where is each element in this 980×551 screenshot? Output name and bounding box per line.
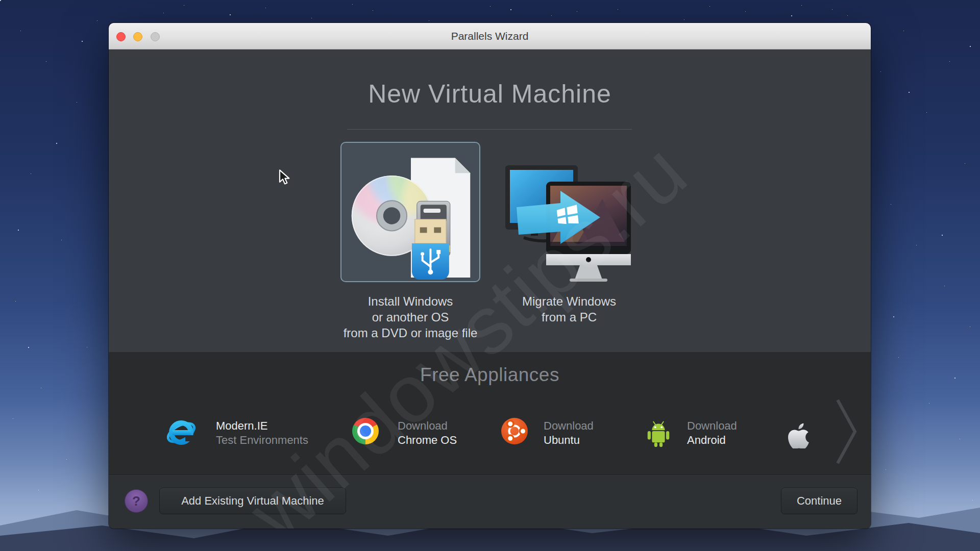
window-title: Parallels Wizard (109, 23, 871, 49)
appliance-osx[interactable] (783, 418, 814, 447)
heading-divider (347, 129, 632, 130)
appliance-ubuntu[interactable]: Download Ubuntu (501, 418, 624, 447)
footer-bar: ? Add Existing Virtual Machine Continue (109, 474, 871, 529)
migrate-pc-icon (499, 158, 639, 283)
starfield-bright (0, 0, 1, 1)
install-dvd-usb-icon (341, 143, 479, 281)
desktop: { "window": { "title": "Parallels Wizard… (0, 0, 980, 551)
parallels-wizard-window: Parallels Wizard New Virtual Machine (109, 23, 871, 529)
help-button[interactable]: ? (125, 489, 148, 513)
appliance-label: Download Ubuntu (544, 419, 594, 447)
appliance-label: Modern.IE Test Environments (216, 419, 308, 447)
appliance-chrome-os[interactable]: Download Chrome OS (352, 418, 485, 447)
internet-explorer-icon (166, 418, 197, 447)
new-vm-section: New Virtual Machine (109, 49, 871, 352)
free-appliances-section: Free Appliances Modern.IE Test Environme… (109, 352, 871, 474)
appliance-android[interactable]: Download Android (644, 418, 767, 447)
option-install-windows[interactable] (340, 142, 480, 282)
page-title: New Virtual Machine (109, 79, 871, 109)
question-mark-icon: ? (132, 493, 140, 509)
chrome-icon (352, 418, 379, 444)
apple-icon (783, 418, 811, 448)
ubuntu-icon (501, 418, 528, 444)
chevron-right-icon[interactable] (836, 398, 858, 465)
add-existing-vm-button[interactable]: Add Existing Virtual Machine (159, 488, 346, 514)
install-option-caption: Install Windows or another OS from a DVD… (340, 293, 480, 341)
appliances-heading: Free Appliances (109, 364, 871, 386)
continue-button[interactable]: Continue (781, 488, 857, 514)
titlebar: Parallels Wizard (109, 23, 871, 49)
appliance-label: Download Android (687, 419, 737, 447)
option-migrate-windows[interactable] (499, 158, 639, 283)
migrate-option-caption: Migrate Windows from a PC (499, 293, 639, 325)
appliance-modern-ie[interactable]: Modern.IE Test Environments (166, 418, 329, 447)
appliance-label: Download Chrome OS (398, 419, 457, 447)
android-icon (644, 418, 672, 447)
